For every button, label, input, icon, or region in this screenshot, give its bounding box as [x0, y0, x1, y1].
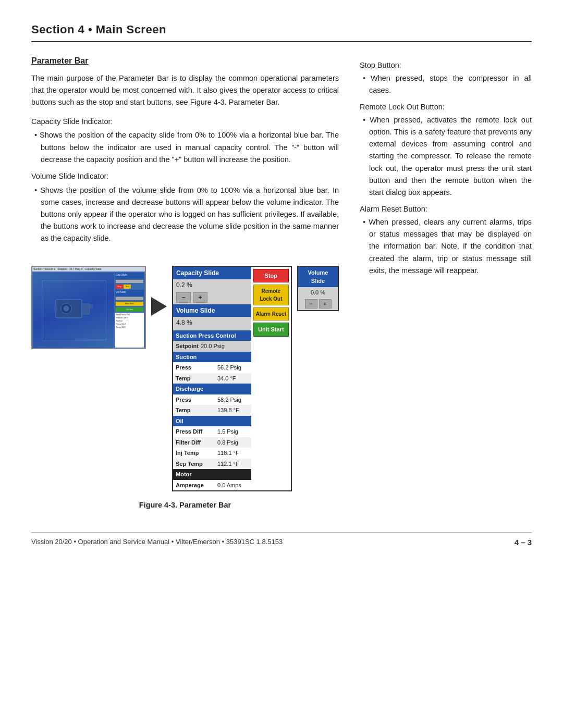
alarm-reset-button[interactable]: Alarm Reset [253, 307, 289, 320]
side-volume-value: 0.0 % [298, 287, 338, 298]
left-column: Parameter Bar The main purpose of the Pa… [31, 55, 339, 511]
remote-lockout-bullet: When pressed, activates the remote lock … [360, 114, 532, 199]
oil-sep-temp-label: Sep Temp [176, 460, 217, 468]
capacity-plus-button[interactable]: + [193, 292, 207, 303]
page-number: 4 – 3 [515, 537, 532, 549]
alarm-reset-heading: Alarm Reset Button: [360, 204, 532, 215]
discharge-temp-value: 139.8 °F [217, 406, 239, 415]
side-minus-button[interactable]: − [305, 299, 317, 309]
capacity-btn-row: − + [173, 291, 251, 304]
stop-button[interactable]: Stop [253, 269, 289, 283]
side-volume-panel: Volume Slide 0.0 % − + [297, 266, 339, 312]
oil-press-diff-label: Press Diff [176, 427, 217, 436]
screen-thumbnail: Suction Pressure 1 Stopped 36.7 Psig B C… [31, 266, 146, 349]
figure-area: Suction Pressure 1 Stopped 36.7 Psig B C… [31, 261, 339, 511]
volume-slide-bullet: Shows the position of the volume slide f… [31, 184, 339, 245]
oil-press-diff-row: Press Diff 1.5 Psig [173, 426, 251, 437]
page-footer: Vission 20/20 • Operation and Service Ma… [31, 532, 532, 549]
figure-row: Suction Pressure 1 Stopped 36.7 Psig B C… [31, 266, 339, 492]
discharge-press-label: Press [176, 396, 217, 404]
volume-slide-heading: Volume Slide Indicator: [31, 171, 339, 182]
arrow-right-icon [151, 297, 167, 316]
capacity-slide-header: Capacity Slide [173, 267, 251, 279]
side-volume-header: Volume Slide [298, 267, 338, 287]
oil-inj-temp-label: Inj Temp [176, 449, 217, 458]
right-column: Stop Button: When pressed, stops the com… [360, 55, 532, 511]
oil-sep-temp-value: 112.1 °F [217, 460, 239, 468]
side-plus-button[interactable]: + [319, 299, 332, 309]
unit-start-button[interactable]: Unit Start [253, 323, 289, 337]
svg-rect-4 [54, 306, 57, 311]
suction-press-row: Press 56.2 Psig [173, 362, 251, 373]
oil-filter-diff-row: Filter Diff 0.8 Psig [173, 437, 251, 448]
figure-caption: Figure 4-3. Parameter Bar [139, 500, 231, 511]
footer-left: Vission 20/20 • Operation and Service Ma… [31, 537, 283, 549]
volume-slide-value: 4.8 % [176, 318, 192, 327]
right-buttons-column: Stop Remote Lock Out Alarm Reset Unit St… [251, 267, 291, 491]
side-btn-row: − + [298, 298, 338, 310]
svg-rect-5 [89, 305, 93, 308]
thumb-top-bar: Suction Pressure 1 Stopped 36.7 Psig B C… [32, 267, 145, 272]
capacity-slide-value: 0.2 % [176, 280, 192, 290]
oil-header: Oil [173, 416, 251, 427]
discharge-press-value: 58.2 Psig [217, 396, 241, 404]
setpoint-row: Setpoint 20.0 Psig [173, 341, 251, 352]
oil-inj-temp-row: Inj Temp 118.1 °F [173, 448, 251, 459]
suction-press-value: 56.2 Psig [217, 363, 241, 372]
remote-lockout-button[interactable]: Remote Lock Out [253, 285, 289, 305]
suction-press-control-header: Suction Press Control [173, 330, 251, 341]
param-panel-row: Capacity Slide 0.2 % − + Volume Slide [173, 267, 291, 491]
suction-temp-value: 34.0 °F [217, 374, 236, 383]
capacity-minus-button[interactable]: − [176, 292, 191, 303]
suction-temp-label: Temp [176, 374, 217, 383]
motor-amperage-value: 0.0 Amps [217, 481, 241, 490]
capacity-slide-value-row: 0.2 % [173, 279, 251, 291]
thumb-right-area: Cap Slide Stop Rem Vol Slide Alarm Reset… [115, 273, 144, 348]
motor-amperage-row: Amperage 0.0 Amps [173, 480, 251, 491]
page-title: Section 4 • Main Screen [31, 21, 532, 38]
discharge-temp-row: Temp 139.8 °F [173, 405, 251, 416]
capacity-slide-heading: Capacity Slide Indicator: [31, 116, 339, 128]
setpoint-value: 20.0 Psig [201, 342, 225, 351]
parameter-panel: Capacity Slide 0.2 % − + Volume Slide [172, 266, 292, 492]
volume-slide-value-row: 4.8 % [173, 317, 251, 328]
discharge-press-row: Press 58.2 Psig [173, 394, 251, 405]
compressor-graphic [33, 273, 114, 348]
thumb-left-area [33, 273, 114, 348]
discharge-header: Discharge [173, 384, 251, 394]
compressor-svg [53, 294, 95, 326]
stop-button-bullet: When pressed, stops the compressor in al… [360, 72, 532, 96]
remote-lockout-heading: Remote Lock Out Button: [360, 102, 532, 113]
suction-temp-row: Temp 34.0 °F [173, 373, 251, 384]
motor-amperage-label: Amperage [176, 481, 217, 490]
oil-press-diff-value: 1.5 Psig [217, 427, 238, 436]
main-content: Parameter Bar The main purpose of the Pa… [31, 55, 532, 511]
intro-text: The main purpose of the Parameter Bar is… [31, 72, 339, 109]
panel-main: Capacity Slide 0.2 % − + Volume Slide [173, 267, 251, 491]
thumb-content: Cap Slide Stop Rem Vol Slide Alarm Reset… [32, 272, 145, 348]
page-header: Section 4 • Main Screen [31, 21, 532, 42]
capacity-slide-bullet: Shows the position of the capacity slide… [31, 129, 339, 166]
stop-button-heading: Stop Button: [360, 60, 532, 71]
alarm-reset-bullet: When pressed, clears any current alarms,… [360, 216, 532, 277]
section-title: Parameter Bar [31, 55, 339, 67]
oil-inj-temp-value: 118.1 °F [217, 449, 239, 458]
volume-slide-header: Volume Slide [173, 304, 251, 317]
suction-header: Suction [173, 352, 251, 363]
suction-press-label: Press [176, 363, 217, 372]
oil-filter-diff-label: Filter Diff [176, 438, 217, 447]
oil-filter-diff-value: 0.8 Psig [217, 438, 238, 447]
setpoint-label: Setpoint [176, 342, 199, 351]
thumb-screen: Suction Pressure 1 Stopped 36.7 Psig B C… [32, 267, 145, 348]
remote-lockout-line2: Lock Out [260, 296, 282, 302]
discharge-temp-label: Temp [176, 406, 217, 415]
oil-sep-temp-row: Sep Temp 112.1 °F [173, 459, 251, 470]
remote-lockout-line1: Remote [261, 288, 280, 294]
svg-point-3 [64, 306, 69, 311]
motor-header: Motor [173, 469, 251, 480]
